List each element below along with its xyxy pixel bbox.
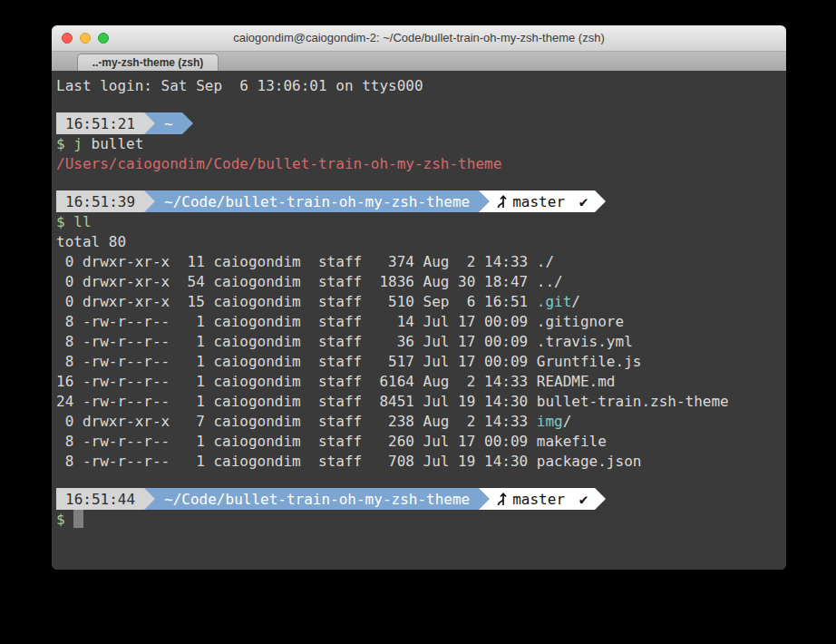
terminal-blank-line: [56, 174, 782, 190]
prompt-line: 16:51:39~/Code/bullet-train-oh-my-zsh-th…: [56, 190, 782, 212]
terminal-text: [65, 135, 74, 152]
terminal-text: 8 -rw-r--r-- 1 caiogondim staff 708 Jul …: [56, 453, 641, 470]
terminal-text: 8 -rw-r--r-- 1 caiogondim staff 517 Jul …: [56, 353, 641, 370]
terminal-text: 24 -rw-r--r-- 1 caiogondim staff 8451 Ju…: [56, 393, 729, 410]
terminal-text: j: [73, 135, 83, 152]
terminal-blank-line: [56, 96, 782, 112]
terminal-line: 24 -rw-r--r-- 1 caiogondim staff 8451 Ju…: [56, 392, 782, 412]
prompt-dir-segment: ~/Code/bullet-train-oh-my-zsh-theme: [155, 488, 479, 510]
terminal-text: .git: [537, 293, 572, 310]
git-branch-name: master: [512, 193, 573, 210]
terminal-text: $: [56, 511, 73, 528]
prompt-time-segment: 16:51:44: [56, 488, 144, 510]
powerline-separator: [144, 190, 155, 212]
terminal-screen[interactable]: Last login: Sat Sep 6 13:06:01 on ttys00…: [52, 71, 786, 570]
tab-bar: ..-my-zsh-theme (zsh): [52, 52, 786, 73]
terminal-line: 0 drwxr-xr-x 54 caiogondim staff 1836 Au…: [56, 272, 782, 292]
terminal-text: 8 -rw-r--r-- 1 caiogondim staff 260 Jul …: [56, 433, 607, 450]
terminal-line: 8 -rw-r--r-- 1 caiogondim staff 14 Jul 1…: [56, 312, 782, 332]
git-branch-icon: [495, 193, 507, 210]
powerline-separator: [144, 112, 155, 134]
terminal-text: 0 drwxr-xr-x 7 caiogondim staff 238 Aug …: [56, 413, 537, 430]
prompt-git-segment: master ✔: [490, 488, 595, 510]
terminal-line: 8 -rw-r--r-- 1 caiogondim staff 708 Jul …: [56, 452, 782, 472]
prompt-time-segment: 16:51:39: [56, 190, 144, 212]
terminal-line: Last login: Sat Sep 6 13:06:01 on ttys00…: [56, 76, 782, 96]
terminal-text: $ ll: [56, 213, 92, 230]
window-title: caiogondim@caiogondim-2: ~/Code/bullet-t…: [52, 25, 786, 51]
terminal-text: 0 drwxr-xr-x 15 caiogondim staff 510 Sep…: [56, 293, 537, 310]
git-clean-check-icon: ✔: [579, 193, 588, 210]
prompt-dir-segment: ~: [155, 112, 182, 134]
terminal-line: 16 -rw-r--r-- 1 caiogondim staff 6164 Au…: [56, 372, 782, 392]
terminal-line: /Users/caiogondim/Code/bullet-train-oh-m…: [56, 154, 782, 174]
terminal-text: $: [56, 135, 65, 152]
terminal-text: 8 -rw-r--r-- 1 caiogondim staff 14 Jul 1…: [56, 313, 624, 330]
prompt-line: 16:51:44~/Code/bullet-train-oh-my-zsh-th…: [56, 488, 782, 510]
terminal-line: $: [56, 510, 782, 530]
terminal-line: 8 -rw-r--r-- 1 caiogondim staff 260 Jul …: [56, 432, 782, 452]
terminal-line: 0 drwxr-xr-x 7 caiogondim staff 238 Aug …: [56, 412, 782, 432]
terminal-text: /: [563, 413, 572, 430]
terminal-text: Last login: Sat Sep 6 13:06:01 on ttys00…: [56, 77, 423, 94]
terminal-text: 8 -rw-r--r-- 1 caiogondim staff 36 Jul 1…: [56, 333, 633, 350]
terminal-text: 16 -rw-r--r-- 1 caiogondim staff 6164 Au…: [56, 373, 616, 390]
terminal-text: bullet: [83, 135, 143, 152]
terminal-text: 0 drwxr-xr-x 54 caiogondim staff 1836 Au…: [56, 273, 563, 290]
terminal-text: 0 drwxr-xr-x 11 caiogondim staff 374 Aug…: [56, 253, 554, 270]
prompt-time-segment: 16:51:21: [56, 112, 144, 134]
terminal-blank-line: [56, 472, 782, 488]
prompt-dir-segment: ~/Code/bullet-train-oh-my-zsh-theme: [155, 190, 479, 212]
terminal-window: caiogondim@caiogondim-2: ~/Code/bullet-t…: [52, 25, 786, 570]
prompt-git-segment: master ✔: [490, 190, 595, 212]
terminal-line: 0 drwxr-xr-x 11 caiogondim staff 374 Aug…: [56, 252, 782, 272]
prompt-line: 16:51:21~: [56, 112, 782, 134]
terminal-text: total 80: [56, 233, 126, 250]
terminal-cursor: [73, 510, 83, 528]
terminal-line: 0 drwxr-xr-x 15 caiogondim staff 510 Sep…: [56, 292, 782, 312]
git-branch-icon: [495, 491, 507, 507]
git-clean-check-icon: ✔: [579, 491, 588, 508]
terminal-text: /Users/caiogondim/Code/bullet-train-oh-m…: [56, 155, 501, 172]
git-branch-name: master: [512, 491, 573, 508]
terminal-line: $ ll: [56, 212, 782, 232]
terminal-text: /: [571, 293, 580, 310]
powerline-separator: [182, 112, 193, 134]
tab-shell[interactable]: ..-my-zsh-theme (zsh): [77, 54, 219, 72]
terminal-line: 8 -rw-r--r-- 1 caiogondim staff 517 Jul …: [56, 352, 782, 372]
powerline-separator: [595, 488, 606, 510]
powerline-separator: [595, 190, 606, 212]
powerline-separator: [144, 488, 155, 510]
terminal-line: $ j bullet: [56, 134, 782, 154]
powerline-separator: [479, 488, 490, 510]
powerline-separator: [479, 190, 490, 212]
title-bar[interactable]: caiogondim@caiogondim-2: ~/Code/bullet-t…: [52, 25, 786, 52]
terminal-text: img: [537, 413, 563, 430]
terminal-line: 8 -rw-r--r-- 1 caiogondim staff 36 Jul 1…: [56, 332, 782, 352]
terminal-line: total 80: [56, 232, 782, 252]
